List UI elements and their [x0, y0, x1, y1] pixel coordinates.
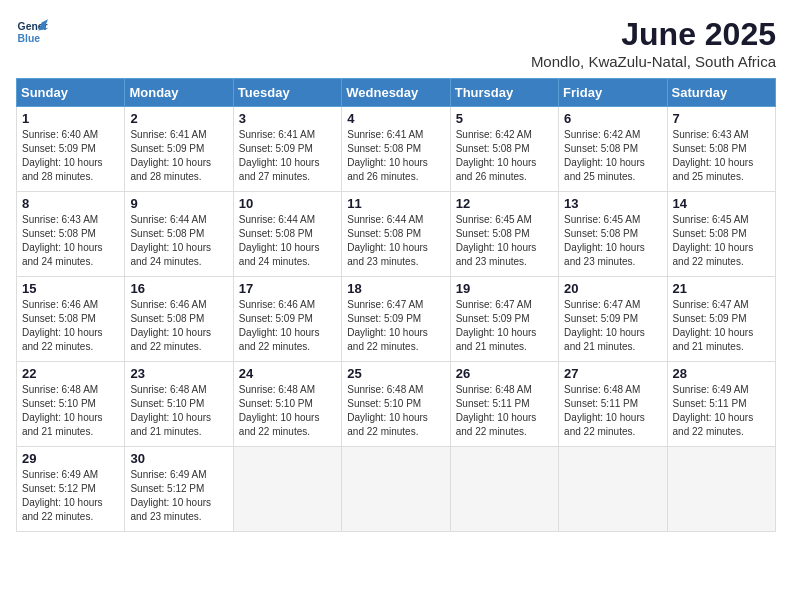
calendar-week-4: 22Sunrise: 6:48 AMSunset: 5:10 PMDayligh…	[17, 362, 776, 447]
calendar-day-19: 19Sunrise: 6:47 AMSunset: 5:09 PMDayligh…	[450, 277, 558, 362]
col-tuesday: Tuesday	[233, 79, 341, 107]
col-saturday: Saturday	[667, 79, 775, 107]
title-area: June 2025 Mondlo, KwaZulu-Natal, South A…	[531, 16, 776, 70]
calendar-header-row: Sunday Monday Tuesday Wednesday Thursday…	[17, 79, 776, 107]
calendar-day-6: 6Sunrise: 6:42 AMSunset: 5:08 PMDaylight…	[559, 107, 667, 192]
calendar-week-3: 15Sunrise: 6:46 AMSunset: 5:08 PMDayligh…	[17, 277, 776, 362]
calendar-day-8: 8Sunrise: 6:43 AMSunset: 5:08 PMDaylight…	[17, 192, 125, 277]
calendar-day-29: 29Sunrise: 6:49 AMSunset: 5:12 PMDayligh…	[17, 447, 125, 532]
calendar-day-1: 1Sunrise: 6:40 AMSunset: 5:09 PMDaylight…	[17, 107, 125, 192]
calendar-day-26: 26Sunrise: 6:48 AMSunset: 5:11 PMDayligh…	[450, 362, 558, 447]
calendar-day-empty-w4d2	[233, 447, 341, 532]
calendar-day-17: 17Sunrise: 6:46 AMSunset: 5:09 PMDayligh…	[233, 277, 341, 362]
month-title: June 2025	[531, 16, 776, 53]
logo-icon: General Blue	[16, 16, 48, 48]
col-monday: Monday	[125, 79, 233, 107]
col-wednesday: Wednesday	[342, 79, 450, 107]
col-thursday: Thursday	[450, 79, 558, 107]
calendar-day-11: 11Sunrise: 6:44 AMSunset: 5:08 PMDayligh…	[342, 192, 450, 277]
calendar-day-24: 24Sunrise: 6:48 AMSunset: 5:10 PMDayligh…	[233, 362, 341, 447]
calendar-day-2: 2Sunrise: 6:41 AMSunset: 5:09 PMDaylight…	[125, 107, 233, 192]
calendar-day-23: 23Sunrise: 6:48 AMSunset: 5:10 PMDayligh…	[125, 362, 233, 447]
calendar-day-13: 13Sunrise: 6:45 AMSunset: 5:08 PMDayligh…	[559, 192, 667, 277]
location-title: Mondlo, KwaZulu-Natal, South Africa	[531, 53, 776, 70]
calendar-day-16: 16Sunrise: 6:46 AMSunset: 5:08 PMDayligh…	[125, 277, 233, 362]
calendar-day-9: 9Sunrise: 6:44 AMSunset: 5:08 PMDaylight…	[125, 192, 233, 277]
calendar-day-22: 22Sunrise: 6:48 AMSunset: 5:10 PMDayligh…	[17, 362, 125, 447]
calendar-day-28: 28Sunrise: 6:49 AMSunset: 5:11 PMDayligh…	[667, 362, 775, 447]
calendar-day-5: 5Sunrise: 6:42 AMSunset: 5:08 PMDaylight…	[450, 107, 558, 192]
calendar-day-14: 14Sunrise: 6:45 AMSunset: 5:08 PMDayligh…	[667, 192, 775, 277]
calendar-day-empty-w4d5	[559, 447, 667, 532]
calendar-day-15: 15Sunrise: 6:46 AMSunset: 5:08 PMDayligh…	[17, 277, 125, 362]
calendar-week-5: 29Sunrise: 6:49 AMSunset: 5:12 PMDayligh…	[17, 447, 776, 532]
header: General Blue June 2025 Mondlo, KwaZulu-N…	[16, 16, 776, 70]
svg-text:Blue: Blue	[18, 33, 41, 44]
calendar-day-30: 30Sunrise: 6:49 AMSunset: 5:12 PMDayligh…	[125, 447, 233, 532]
calendar-day-12: 12Sunrise: 6:45 AMSunset: 5:08 PMDayligh…	[450, 192, 558, 277]
calendar-day-18: 18Sunrise: 6:47 AMSunset: 5:09 PMDayligh…	[342, 277, 450, 362]
calendar-day-25: 25Sunrise: 6:48 AMSunset: 5:10 PMDayligh…	[342, 362, 450, 447]
calendar-day-27: 27Sunrise: 6:48 AMSunset: 5:11 PMDayligh…	[559, 362, 667, 447]
calendar-week-2: 8Sunrise: 6:43 AMSunset: 5:08 PMDaylight…	[17, 192, 776, 277]
calendar-day-3: 3Sunrise: 6:41 AMSunset: 5:09 PMDaylight…	[233, 107, 341, 192]
calendar-day-empty-w4d3	[342, 447, 450, 532]
calendar-table: Sunday Monday Tuesday Wednesday Thursday…	[16, 78, 776, 532]
calendar-day-21: 21Sunrise: 6:47 AMSunset: 5:09 PMDayligh…	[667, 277, 775, 362]
calendar-week-1: 1Sunrise: 6:40 AMSunset: 5:09 PMDaylight…	[17, 107, 776, 192]
calendar-day-empty-w4d4	[450, 447, 558, 532]
calendar-day-empty-w4d6	[667, 447, 775, 532]
calendar-day-20: 20Sunrise: 6:47 AMSunset: 5:09 PMDayligh…	[559, 277, 667, 362]
logo: General Blue	[16, 16, 48, 48]
calendar-day-7: 7Sunrise: 6:43 AMSunset: 5:08 PMDaylight…	[667, 107, 775, 192]
calendar-day-10: 10Sunrise: 6:44 AMSunset: 5:08 PMDayligh…	[233, 192, 341, 277]
calendar-day-4: 4Sunrise: 6:41 AMSunset: 5:08 PMDaylight…	[342, 107, 450, 192]
col-friday: Friday	[559, 79, 667, 107]
col-sunday: Sunday	[17, 79, 125, 107]
